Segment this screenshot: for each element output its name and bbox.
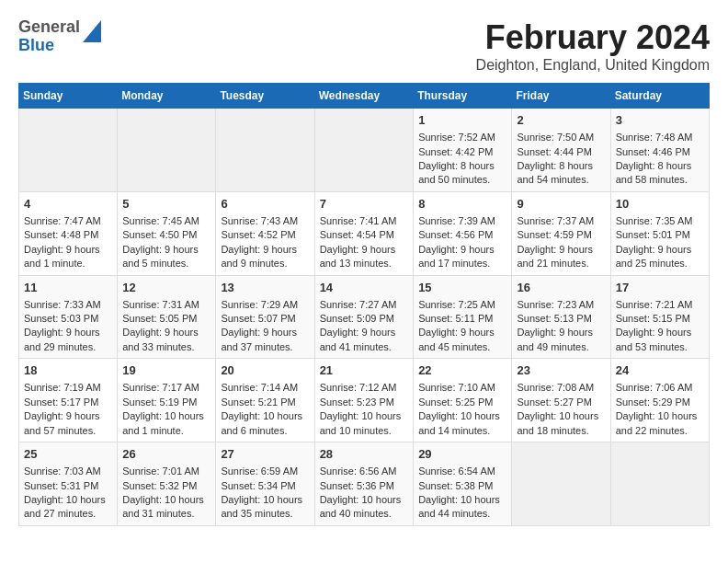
day-content: and 22 minutes. — [616, 424, 704, 438]
day-content: and 41 minutes. — [320, 340, 409, 354]
calendar-table: SundayMondayTuesdayWednesdayThursdayFrid… — [18, 83, 710, 526]
calendar-cell: 18Sunrise: 7:19 AMSunset: 5:17 PMDayligh… — [19, 359, 118, 442]
day-content: Sunrise: 7:06 AM — [616, 381, 704, 395]
day-content: Sunrise: 7:39 AM — [418, 214, 506, 228]
calendar-cell — [216, 109, 314, 192]
day-number: 7 — [320, 196, 409, 213]
day-content: and 1 minute. — [122, 424, 210, 438]
day-number: 28 — [320, 446, 409, 463]
calendar-cell: 7Sunrise: 7:41 AMSunset: 4:54 PMDaylight… — [314, 191, 414, 275]
day-content: Sunset: 5:36 PM — [320, 479, 409, 493]
day-content: Sunrise: 7:43 AM — [221, 214, 309, 228]
day-content: Sunset: 5:31 PM — [24, 479, 112, 493]
day-content: Sunset: 5:34 PM — [221, 479, 309, 493]
day-header-monday: Monday — [118, 84, 216, 109]
logo-text: General Blue — [18, 18, 80, 55]
calendar-cell: 6Sunrise: 7:43 AMSunset: 4:52 PMDaylight… — [216, 191, 314, 275]
day-content: and 6 minutes. — [221, 424, 309, 438]
calendar-cell: 25Sunrise: 7:03 AMSunset: 5:31 PMDayligh… — [19, 442, 118, 526]
day-number: 11 — [24, 280, 112, 296]
day-number: 6 — [221, 196, 309, 213]
day-content: and 21 minutes. — [517, 257, 605, 270]
day-number: 10 — [616, 196, 704, 213]
day-content: Sunset: 4:48 PM — [24, 228, 112, 242]
calendar-cell — [118, 109, 216, 192]
day-content: Sunset: 4:44 PM — [517, 145, 605, 159]
calendar-cell: 21Sunrise: 7:12 AMSunset: 5:23 PMDayligh… — [314, 359, 414, 442]
day-content: and 54 minutes. — [517, 173, 605, 187]
day-content: and 31 minutes. — [122, 507, 210, 521]
day-content: and 10 minutes. — [320, 424, 409, 438]
day-number: 9 — [517, 196, 605, 213]
day-content: and 29 minutes. — [24, 340, 112, 354]
day-content: and 27 minutes. — [24, 507, 112, 521]
calendar-cell: 15Sunrise: 7:25 AMSunset: 5:11 PMDayligh… — [414, 275, 512, 359]
calendar-cell: 13Sunrise: 7:29 AMSunset: 5:07 PMDayligh… — [216, 275, 314, 359]
day-content: and 40 minutes. — [320, 507, 409, 521]
day-content: Sunset: 5:11 PM — [418, 312, 506, 326]
calendar-header-row: SundayMondayTuesdayWednesdayThursdayFrid… — [19, 84, 710, 109]
day-content: Sunset: 5:23 PM — [320, 396, 409, 409]
day-content: Sunrise: 7:17 AM — [122, 381, 210, 395]
day-header-sunday: Sunday — [19, 84, 118, 109]
day-content: Daylight: 10 hours — [221, 493, 309, 507]
day-number: 12 — [122, 280, 210, 296]
day-number: 21 — [320, 362, 409, 379]
day-content: Daylight: 10 hours — [517, 409, 605, 423]
day-content: Sunrise: 7:33 AM — [24, 298, 112, 312]
day-content: Sunrise: 7:14 AM — [221, 381, 309, 395]
day-content: Sunrise: 7:12 AM — [320, 381, 409, 395]
day-content: Sunset: 5:21 PM — [221, 396, 309, 409]
day-content: Sunrise: 7:25 AM — [418, 298, 506, 312]
day-content: Daylight: 9 hours — [24, 409, 112, 423]
day-content: Sunrise: 6:59 AM — [221, 465, 309, 478]
day-number: 2 — [517, 112, 605, 129]
calendar-cell: 10Sunrise: 7:35 AMSunset: 5:01 PMDayligh… — [610, 191, 709, 275]
day-content: Sunrise: 7:21 AM — [616, 298, 704, 312]
day-content: Sunrise: 7:23 AM — [517, 298, 605, 312]
calendar-cell: 5Sunrise: 7:45 AMSunset: 4:50 PMDaylight… — [118, 191, 216, 275]
day-content: Sunset: 4:42 PM — [418, 145, 506, 159]
logo: General Blue — [18, 18, 101, 55]
day-content: Sunset: 5:15 PM — [616, 312, 704, 326]
calendar-cell: 2Sunrise: 7:50 AMSunset: 4:44 PMDaylight… — [512, 109, 610, 192]
day-content: Sunrise: 6:56 AM — [320, 465, 409, 478]
day-content: Daylight: 9 hours — [221, 326, 309, 339]
day-number: 5 — [122, 196, 210, 213]
day-content: Daylight: 8 hours — [418, 159, 506, 173]
day-content: Daylight: 9 hours — [616, 243, 704, 257]
day-content: Sunset: 4:56 PM — [418, 228, 506, 242]
day-content: Sunrise: 7:01 AM — [122, 465, 210, 478]
calendar-cell: 17Sunrise: 7:21 AMSunset: 5:15 PMDayligh… — [610, 275, 709, 359]
day-content: and 25 minutes. — [616, 257, 704, 270]
day-content: Daylight: 9 hours — [122, 326, 210, 339]
day-number: 16 — [517, 280, 605, 296]
day-content: Daylight: 10 hours — [24, 493, 112, 507]
day-content: Sunrise: 6:54 AM — [418, 465, 506, 478]
calendar-cell: 3Sunrise: 7:48 AMSunset: 4:46 PMDaylight… — [610, 109, 709, 192]
calendar-cell: 16Sunrise: 7:23 AMSunset: 5:13 PMDayligh… — [512, 275, 610, 359]
calendar-cell — [512, 442, 610, 526]
day-content: Sunset: 4:52 PM — [221, 228, 309, 242]
day-number: 29 — [418, 446, 506, 463]
day-content: Daylight: 9 hours — [320, 243, 409, 257]
calendar-week-row: 18Sunrise: 7:19 AMSunset: 5:17 PMDayligh… — [19, 359, 710, 442]
day-content: Daylight: 10 hours — [122, 409, 210, 423]
day-content: Sunrise: 7:03 AM — [24, 465, 112, 478]
day-content: Daylight: 8 hours — [616, 159, 704, 173]
day-number: 3 — [616, 112, 704, 129]
day-content: Sunset: 5:19 PM — [122, 396, 210, 409]
day-content: Daylight: 10 hours — [418, 409, 506, 423]
page-subtitle: Deighton, England, United Kingdom — [476, 57, 710, 74]
day-content: Sunrise: 7:35 AM — [616, 214, 704, 228]
day-number: 8 — [418, 196, 506, 213]
day-number: 4 — [24, 196, 112, 213]
day-content: and 17 minutes. — [418, 257, 506, 270]
day-content: Sunset: 5:17 PM — [24, 396, 112, 409]
day-content: Sunset: 5:13 PM — [517, 312, 605, 326]
day-number: 22 — [418, 362, 506, 379]
day-content: Daylight: 9 hours — [24, 243, 112, 257]
calendar-cell: 19Sunrise: 7:17 AMSunset: 5:19 PMDayligh… — [118, 359, 216, 442]
day-content: Sunrise: 7:19 AM — [24, 381, 112, 395]
day-content: Sunset: 5:01 PM — [616, 228, 704, 242]
